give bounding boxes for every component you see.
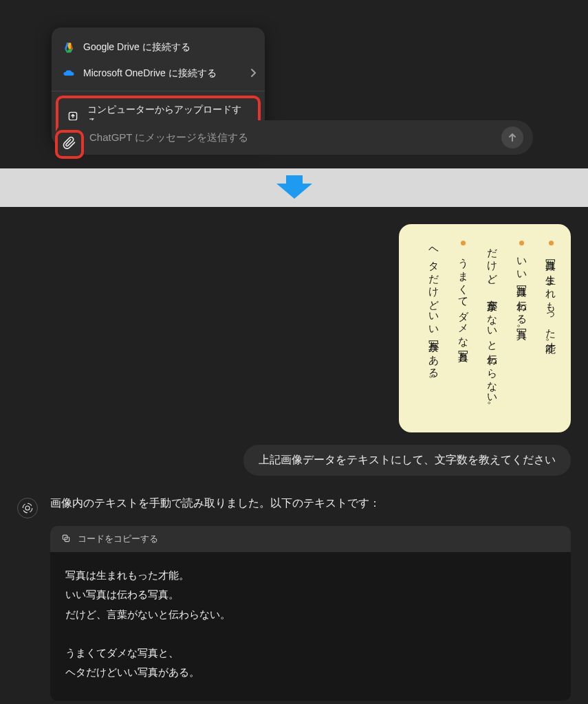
- assistant-intro-text: 画像内のテキストを手動で読み取りました。以下のテキストです：: [50, 496, 571, 511]
- bottom-screenshot-panel: 写真は生まれもった才能。 いい写真は伝わる写真。 だけど、言葉がないと伝わらない…: [0, 207, 588, 704]
- user-prompt-bubble: 上記画像データをテキストにして、文字数を教えてください: [243, 445, 571, 476]
- code-block: コードをコピーする 写真は生まれもった才能。 いい写真は伝わる写真。 だけど、言…: [50, 526, 571, 701]
- image-text-line-5: ヘタだけどいい写真がある。: [426, 241, 442, 412]
- image-text-line-1: 写真は生まれもった才能。: [543, 241, 559, 412]
- image-text-line-2: いい写真は伝わる写真。: [514, 241, 530, 412]
- paperclip-icon: [63, 135, 76, 153]
- google-drive-icon: [63, 41, 75, 54]
- svg-point-6: [25, 506, 30, 510]
- chat-input-bar[interactable]: ChatGPT にメッセージを送信する: [55, 120, 533, 155]
- onedrive-icon: [63, 67, 75, 80]
- dropdown-item-onedrive[interactable]: Microsoft OneDrive に接続する: [52, 60, 265, 87]
- chevron-right-icon: [251, 68, 257, 79]
- attach-button[interactable]: [55, 130, 84, 159]
- assistant-avatar-icon: [17, 498, 38, 518]
- arrow-divider: [0, 168, 588, 207]
- dropdown-divider: [52, 91, 265, 91]
- uploaded-image-card[interactable]: 写真は生まれもった才能。 いい写真は伝わる写真。 だけど、言葉がないと伝わらない…: [399, 224, 571, 432]
- copy-code-label: コードをコピーする: [78, 533, 158, 545]
- dropdown-item-label: Microsoft OneDrive に接続する: [83, 67, 217, 80]
- svg-marker-3: [71, 43, 73, 49]
- assistant-message: 画像内のテキストを手動で読み取りました。以下のテキストです： コードをコピーする…: [17, 496, 571, 704]
- top-screenshot-panel: Google Drive に接続する Microsoft OneDrive に接…: [0, 0, 588, 168]
- chat-input-placeholder: ChatGPT にメッセージを送信する: [89, 131, 493, 144]
- image-text-line-4: うまくてダメな写真と、: [455, 241, 471, 412]
- copy-icon: [61, 534, 71, 545]
- dropdown-item-google-drive[interactable]: Google Drive に接続する: [52, 34, 265, 60]
- code-body-text: 写真は生まれもった才能。 いい写真は伝わる写真。 だけど、言葉がないと伝わらない…: [50, 552, 571, 701]
- down-arrow-icon: [274, 173, 315, 200]
- send-button[interactable]: [501, 126, 523, 148]
- image-text-line-3: だけど、言葉がないと伝わらない。: [485, 241, 501, 412]
- user-message: 写真は生まれもった才能。 いい写真は伝わる写真。 だけど、言葉がないと伝わらない…: [17, 224, 571, 476]
- dropdown-item-label: Google Drive に接続する: [83, 41, 190, 54]
- copy-code-button[interactable]: コードをコピーする: [50, 526, 571, 552]
